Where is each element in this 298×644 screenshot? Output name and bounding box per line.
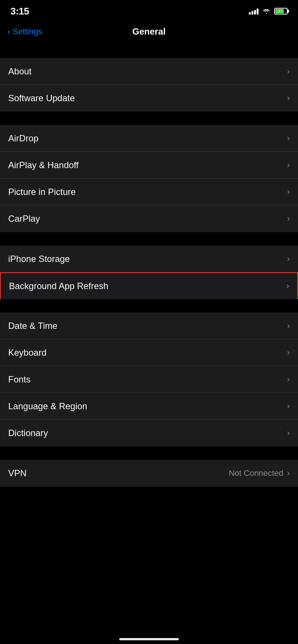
- group-gap-1: [0, 232, 298, 246]
- row-label-keyboard: Keyboard: [8, 347, 287, 358]
- status-bar: 3:15 ⚡: [0, 0, 298, 21]
- row-label-vpn: VPN: [8, 468, 229, 478]
- battery-icon: ⚡: [274, 8, 288, 15]
- chevron-icon-keyboard: ›: [287, 348, 290, 358]
- status-time: 3:15: [10, 6, 29, 17]
- settings-row-background-app-refresh[interactable]: Background App Refresh›: [0, 272, 298, 299]
- row-label-iphone-storage: iPhone Storage: [8, 254, 287, 264]
- group-gap-3: [0, 446, 298, 460]
- settings-group-group1: About›Software Update›: [0, 58, 298, 112]
- chevron-icon-iphone-storage: ›: [287, 254, 290, 264]
- chevron-icon-fonts: ›: [287, 375, 290, 384]
- chevron-icon-vpn: ›: [287, 468, 290, 478]
- signal-icon: [249, 8, 259, 15]
- navigation-bar: ‹ Settings General: [0, 21, 298, 45]
- back-label: Settings: [13, 27, 42, 36]
- row-label-language-region: Language & Region: [8, 401, 287, 411]
- chevron-icon-language-region: ›: [287, 401, 290, 411]
- row-label-airplay-handoff: AirPlay & Handoff: [8, 160, 287, 170]
- settings-group-group4: Date & Time›Keyboard›Fonts›Language & Re…: [0, 313, 298, 446]
- chevron-icon-dictionary: ›: [287, 428, 290, 438]
- settings-row-date-time[interactable]: Date & Time›: [0, 313, 298, 339]
- settings-row-carplay[interactable]: CarPlay›: [0, 205, 298, 232]
- row-label-about: About: [8, 66, 287, 77]
- row-label-fonts: Fonts: [8, 374, 287, 385]
- settings-row-picture-in-picture[interactable]: Picture in Picture›: [0, 179, 298, 205]
- group-gap-2: [0, 299, 298, 313]
- settings-container: About›Software Update›AirDrop›AirPlay & …: [0, 58, 298, 487]
- chevron-icon-airplay-handoff: ›: [287, 160, 290, 170]
- chevron-icon-date-time: ›: [287, 321, 290, 331]
- settings-row-language-region[interactable]: Language & Region›: [0, 393, 298, 420]
- chevron-icon-background-app-refresh: ›: [286, 281, 289, 291]
- settings-group-group2: AirDrop›AirPlay & Handoff›Picture in Pic…: [0, 125, 298, 232]
- chevron-icon-picture-in-picture: ›: [287, 187, 290, 197]
- row-value-vpn: Not Connected: [229, 468, 283, 478]
- back-chevron-icon: ‹: [7, 26, 10, 37]
- chevron-icon-airdrop: ›: [287, 134, 290, 143]
- home-indicator: [119, 638, 179, 640]
- row-label-airdrop: AirDrop: [8, 133, 287, 144]
- group-gap-0: [0, 112, 298, 125]
- settings-row-iphone-storage[interactable]: iPhone Storage›: [0, 246, 298, 272]
- settings-row-about[interactable]: About›: [0, 58, 298, 85]
- row-label-carplay: CarPlay: [8, 214, 287, 224]
- settings-row-vpn[interactable]: VPNNot Connected›: [0, 460, 298, 487]
- chevron-icon-software-update: ›: [287, 93, 290, 103]
- settings-group-group3: iPhone Storage›Background App Refresh›: [0, 246, 298, 299]
- wifi-icon: [262, 8, 270, 15]
- settings-row-software-update[interactable]: Software Update›: [0, 85, 298, 112]
- row-label-picture-in-picture: Picture in Picture: [8, 187, 287, 197]
- settings-row-airplay-handoff[interactable]: AirPlay & Handoff›: [0, 152, 298, 179]
- row-label-date-time: Date & Time: [8, 321, 287, 331]
- status-icons: ⚡: [249, 8, 288, 15]
- settings-group-group5: VPNNot Connected›: [0, 460, 298, 487]
- settings-row-keyboard[interactable]: Keyboard›: [0, 339, 298, 366]
- page-title: General: [132, 26, 165, 37]
- settings-row-airdrop[interactable]: AirDrop›: [0, 125, 298, 152]
- settings-row-dictionary[interactable]: Dictionary›: [0, 420, 298, 446]
- top-gap: [0, 45, 298, 58]
- chevron-icon-about: ›: [287, 67, 290, 76]
- chevron-icon-carplay: ›: [287, 214, 290, 224]
- row-label-dictionary: Dictionary: [8, 428, 287, 438]
- settings-row-fonts[interactable]: Fonts›: [0, 366, 298, 393]
- row-label-software-update: Software Update: [8, 93, 287, 103]
- row-label-background-app-refresh: Background App Refresh: [9, 281, 286, 291]
- back-button[interactable]: ‹ Settings: [7, 26, 42, 37]
